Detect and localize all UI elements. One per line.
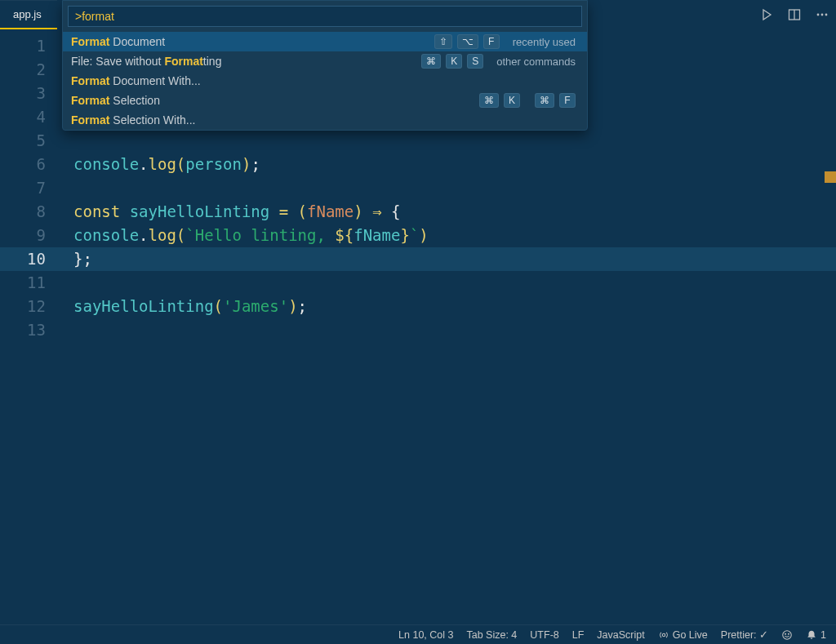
command-label: Format Selection With... xyxy=(71,113,576,127)
svg-point-2 xyxy=(817,14,820,16)
svg-point-5 xyxy=(662,633,665,637)
line-number: 3 xyxy=(0,82,46,105)
line-number: 12 xyxy=(0,295,46,318)
status-cursor[interactable]: Ln 10, Col 3 xyxy=(398,629,453,641)
status-prettier[interactable]: Prettier: ✓ xyxy=(721,628,768,641)
line-number: 10 xyxy=(0,247,46,271)
command-label: Format Document xyxy=(71,35,426,48)
code-line[interactable] xyxy=(73,271,836,295)
code-line[interactable]: }; xyxy=(73,247,836,271)
split-editor-icon[interactable] xyxy=(787,7,802,22)
status-notifications[interactable]: 1 xyxy=(806,629,826,641)
command-label: File: Save without Formatting xyxy=(71,55,413,68)
command-palette-item[interactable]: Format Selection With... xyxy=(63,110,587,130)
tab-filename: app.js xyxy=(13,8,42,20)
editor-actions xyxy=(759,0,829,29)
line-number: 11 xyxy=(0,271,46,295)
svg-point-6 xyxy=(783,630,792,639)
code-line[interactable]: const sayHelloLinting = (fName) ⇒ { xyxy=(73,200,836,224)
code-line[interactable]: sayHelloLinting('James'); xyxy=(73,295,836,318)
command-label: Format Document With... xyxy=(71,74,576,87)
svg-point-4 xyxy=(825,14,828,16)
command-palette-list: Format Document⇧⌥Frecently usedFile: Sav… xyxy=(63,32,587,130)
more-icon[interactable] xyxy=(815,7,829,22)
command-palette: Format Document⇧⌥Frecently usedFile: Sav… xyxy=(62,0,588,131)
command-palette-item[interactable]: Format Document With... xyxy=(63,71,587,91)
gutter: 12345678910111213 xyxy=(0,29,62,624)
svg-point-3 xyxy=(821,14,824,16)
line-number: 8 xyxy=(0,200,46,224)
keybinding: ⇧⌥F xyxy=(434,34,500,49)
code-line[interactable] xyxy=(73,318,836,342)
command-label: Format Selection xyxy=(71,94,471,107)
code-line[interactable] xyxy=(73,176,836,200)
svg-point-7 xyxy=(785,633,786,634)
line-number: 2 xyxy=(0,58,46,82)
line-number: 5 xyxy=(0,129,46,153)
code-line[interactable]: console.log(person); xyxy=(73,153,836,176)
line-number: 7 xyxy=(0,176,46,200)
status-eol[interactable]: LF xyxy=(572,629,585,641)
line-number: 13 xyxy=(0,318,46,342)
keybinding: ⌘K⌘F xyxy=(479,93,576,108)
code-line[interactable] xyxy=(73,129,836,153)
line-number: 6 xyxy=(0,153,46,176)
run-icon[interactable] xyxy=(759,7,774,22)
status-feedback[interactable] xyxy=(781,629,793,641)
command-palette-item[interactable]: Format Selection⌘K⌘F xyxy=(63,91,587,110)
command-palette-item[interactable]: File: Save without Formatting⌘KSother co… xyxy=(63,51,587,71)
keybinding: ⌘KS xyxy=(421,54,483,69)
line-number: 9 xyxy=(0,224,46,247)
editor-tab[interactable]: app.js xyxy=(0,0,57,29)
status-language[interactable]: JavaScript xyxy=(597,629,644,641)
command-palette-item[interactable]: Format Document⇧⌥Frecently used xyxy=(63,32,587,51)
command-palette-input[interactable] xyxy=(68,6,582,27)
status-bar: Ln 10, Col 3 Tab Size: 4 UTF-8 LF JavaSc… xyxy=(0,624,836,644)
status-golive[interactable]: Go Live xyxy=(658,629,708,641)
svg-point-8 xyxy=(789,633,789,634)
status-encoding[interactable]: UTF-8 xyxy=(530,629,558,641)
code-line[interactable]: console.log(`Hello linting, ${fName}`) xyxy=(73,224,836,247)
line-number: 4 xyxy=(0,105,46,129)
section-label-recent: recently used xyxy=(513,36,576,48)
section-label-other: other commands xyxy=(496,56,576,68)
status-indent[interactable]: Tab Size: 4 xyxy=(466,629,517,641)
line-number: 1 xyxy=(0,34,46,58)
